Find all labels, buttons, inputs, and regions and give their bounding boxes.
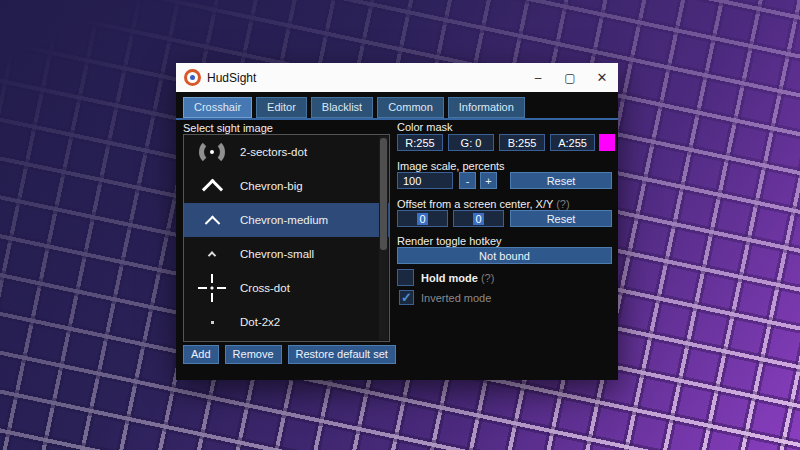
minimize-button[interactable]: – <box>522 63 554 92</box>
scale-plus-button[interactable]: + <box>480 172 497 189</box>
chevron-medium-icon <box>204 215 220 231</box>
image-scale-label: Image scale, percents <box>397 160 505 172</box>
restore-default-set-button[interactable]: Restore default set <box>288 345 396 364</box>
color-mask-label: Color mask <box>397 121 453 133</box>
offset-x-input[interactable]: 0 <box>397 210 448 227</box>
scale-minus-button[interactable]: - <box>459 172 476 189</box>
hudsight-window: HudSight – ▢ ✕ CrosshairEditorBlacklistC… <box>176 63 618 380</box>
window-title: HudSight <box>207 71 256 85</box>
list-buttons: Add Remove Restore default set <box>183 345 396 364</box>
close-button[interactable]: ✕ <box>586 63 618 92</box>
hotkey-label: Render toggle hotkey <box>397 235 502 247</box>
sight-item-label: 2-sectors-dot <box>240 146 307 158</box>
window-controls: – ▢ ✕ <box>522 63 618 92</box>
scale-reset-button[interactable]: Reset <box>510 172 612 189</box>
color-mask-a-field[interactable]: A:255 <box>550 134 595 151</box>
app-crosshair-icon <box>184 69 201 86</box>
sight-icon-cell <box>184 139 240 165</box>
titlebar[interactable]: HudSight – ▢ ✕ <box>176 63 618 92</box>
sectors-dot-icon <box>199 139 225 165</box>
sight-item-label: Cross-dot <box>240 282 290 294</box>
sight-icon-cell <box>184 251 240 257</box>
tab-underline <box>176 118 618 120</box>
hold-mode-label: Hold mode (?) <box>421 272 494 284</box>
color-mask-swatch[interactable] <box>599 134 615 151</box>
sight-list-item[interactable]: Cross-dot <box>184 271 389 305</box>
add-button[interactable]: Add <box>183 345 219 364</box>
sight-item-label: Dot-2x2 <box>240 316 280 328</box>
dot-2x2-icon <box>211 321 214 324</box>
remove-button[interactable]: Remove <box>225 345 282 364</box>
sight-list-item[interactable]: Dot-2x2 <box>184 305 389 339</box>
sight-list-item[interactable]: 2-sectors-dot <box>184 135 389 169</box>
tab-blacklist[interactable]: Blacklist <box>311 97 373 118</box>
sight-list-item[interactable]: Chevron-medium <box>184 203 389 237</box>
offset-y-input[interactable]: 0 <box>453 210 504 227</box>
sight-icon-cell <box>184 179 240 194</box>
sight-item-label: Chevron-medium <box>240 214 328 226</box>
sight-list-label: Select sight image <box>183 122 273 134</box>
offset-label-text: Offset from a screen center, X/Y <box>397 198 553 210</box>
inverted-mode-checkbox[interactable]: ✓ <box>399 290 414 305</box>
color-mask-b-field[interactable]: B:255 <box>499 134 545 151</box>
inverted-mode-label: Inverted mode <box>421 292 491 304</box>
list-scrollbar-thumb[interactable] <box>380 138 387 250</box>
sight-item-label: Chevron-big <box>240 180 303 192</box>
hotkey-bind-button[interactable]: Not bound <box>397 247 612 264</box>
list-scrollbar[interactable] <box>379 136 388 340</box>
offset-reset-button[interactable]: Reset <box>510 210 612 227</box>
tab-editor[interactable]: Editor <box>256 97 307 118</box>
sight-list-item[interactable]: Chevron-small <box>184 237 389 271</box>
maximize-button[interactable]: ▢ <box>554 63 586 92</box>
sight-icon-cell <box>184 274 240 302</box>
color-mask-g-field[interactable]: G: 0 <box>448 134 494 151</box>
sight-list[interactable]: 2-sectors-dotChevron-bigChevron-mediumCh… <box>183 134 390 342</box>
offset-label: Offset from a screen center, X/Y (?) <box>397 198 570 210</box>
offset-help-icon[interactable]: (?) <box>556 198 569 210</box>
sight-item-label: Chevron-small <box>240 248 314 260</box>
hold-mode-help-icon[interactable]: (?) <box>481 272 494 284</box>
color-mask-r-field[interactable]: R:255 <box>397 134 443 151</box>
chevron-big-icon <box>201 178 222 199</box>
tab-crosshair[interactable]: Crosshair <box>183 97 252 118</box>
image-scale-input[interactable]: 100 <box>397 172 453 189</box>
chevron-small-icon <box>208 251 216 259</box>
hold-mode-checkbox[interactable] <box>397 269 414 286</box>
checkmark-icon: ✓ <box>401 291 412 304</box>
sight-icon-cell <box>184 215 240 226</box>
sight-icon-cell <box>184 321 240 324</box>
tab-bar: CrosshairEditorBlacklistCommonInformatio… <box>183 97 525 118</box>
sight-list-item[interactable]: Chevron-big <box>184 169 389 203</box>
window-content: CrosshairEditorBlacklistCommonInformatio… <box>176 92 618 380</box>
cross-dot-icon <box>198 274 226 302</box>
tab-information[interactable]: Information <box>448 97 525 118</box>
tab-common[interactable]: Common <box>377 97 444 118</box>
